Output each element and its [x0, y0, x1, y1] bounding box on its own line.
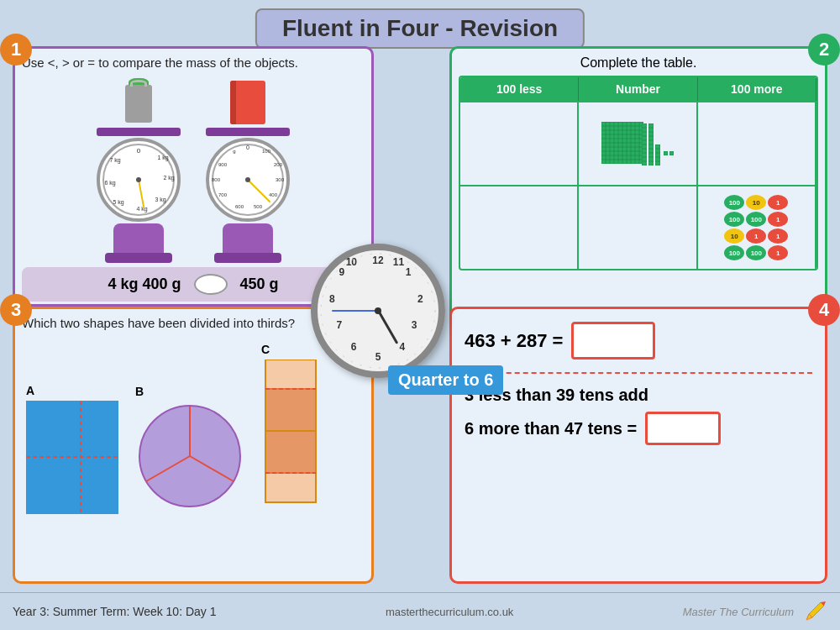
tile-1-2: 1	[768, 212, 788, 227]
svg-rect-64	[655, 144, 660, 165]
svg-text:400: 400	[269, 192, 278, 197]
shape-a-label: A	[26, 384, 118, 397]
tile-1-3: 1	[746, 228, 766, 244]
scale2-dial: 0 100 200 300 400 500 600 700 800 900 g	[206, 138, 290, 222]
shape-b-wrapper: B	[135, 385, 244, 514]
cell-1-number	[579, 102, 697, 185]
svg-text:800: 800	[212, 177, 221, 182]
problem1-answer-box[interactable]	[571, 322, 655, 360]
quarter-to-label: Quarter to 6	[388, 365, 503, 395]
section2-title: Complete the table.	[459, 55, 818, 71]
tile-1-1: 1	[768, 195, 788, 210]
svg-text:3 kg: 3 kg	[155, 197, 165, 203]
number-table: 100 less Number 100 more	[459, 76, 818, 270]
scale2-stand	[223, 223, 273, 253]
table-row-1	[460, 101, 816, 185]
section2-container: 2 Complete the table. 100 less Number 10…	[449, 46, 827, 332]
tile-100-4: 100	[724, 245, 744, 260]
tile-100-1: 100	[724, 195, 744, 210]
shape-a-wrapper: A	[26, 384, 118, 514]
svg-text:7 kg: 7 kg	[109, 157, 120, 164]
math-problem1: 463 + 287 =	[465, 322, 812, 360]
svg-marker-86	[806, 602, 824, 620]
table-header: 100 less Number 100 more	[460, 77, 816, 101]
scale2-value: 450 g	[240, 276, 279, 293]
problem2-line2: 6 more than 47 tens =	[465, 416, 637, 441]
svg-text:700: 700	[218, 192, 228, 197]
problem2-answer-box[interactable]	[645, 412, 721, 445]
problem1-text: 463 + 287 =	[465, 330, 563, 352]
tile-1-5: 1	[768, 245, 788, 260]
tile-1-4: 1	[768, 228, 788, 244]
section3-number: 3	[0, 294, 32, 326]
footer-brand-text: Master The Curriculum	[683, 606, 794, 618]
svg-rect-69	[664, 151, 668, 155]
svg-text:0: 0	[246, 144, 249, 150]
svg-rect-81	[265, 431, 316, 473]
svg-text:300: 300	[276, 177, 285, 182]
svg-point-10	[136, 177, 141, 182]
svg-text:900: 900	[218, 162, 228, 167]
col-100-more: 100 more	[698, 77, 816, 101]
scale1-dial: 0 1 kg 2 kg 3 kg 4 kg 5 kg 6 kg 7 kg	[97, 138, 181, 222]
problem2-line1: 3 less than 39 tens add	[465, 382, 812, 407]
scale2: 0 100 200 300 400 500 600 700 800 900 g	[206, 74, 290, 263]
math-problem2: 3 less than 39 tens add 6 more than 47 t…	[465, 382, 812, 445]
scale1-value: 4 kg 400 g	[108, 276, 181, 293]
minute-hand	[332, 310, 378, 312]
clock-center	[375, 307, 381, 314]
svg-text:5 kg: 5 kg	[113, 199, 123, 206]
pencil-icon	[802, 599, 827, 624]
section-divider	[465, 372, 812, 374]
clock-face: 12 1 2 3 4 5 6 7 8 9 10 11	[311, 244, 445, 378]
scale1-stand	[113, 223, 164, 253]
svg-text:500: 500	[254, 204, 263, 209]
cell-2-less	[460, 186, 579, 269]
cell-2-more: 100 10 1 100 100 1 10 1 1	[698, 186, 816, 269]
svg-rect-79	[265, 389, 316, 431]
cell-2-number	[579, 186, 697, 269]
svg-text:1 kg: 1 kg	[157, 155, 168, 161]
scale1: 0 1 kg 2 kg 3 kg 4 kg 5 kg 6 kg 7 kg	[97, 74, 181, 263]
footer-year-term: Year 3: Summer Term: Week 10: Day 1	[13, 605, 217, 618]
svg-text:200: 200	[274, 162, 283, 167]
scales-container: 0 1 kg 2 kg 3 kg 4 kg 5 kg 6 kg 7 kg	[22, 74, 365, 263]
footer-website: masterthecurriculum.co.uk	[386, 606, 513, 618]
scale2-foot	[214, 253, 281, 263]
svg-text:0: 0	[137, 147, 141, 155]
scale2-platform	[206, 128, 290, 136]
tile-100-3: 100	[746, 212, 766, 227]
svg-text:4 kg: 4 kg	[136, 206, 147, 213]
section4-number: 4	[808, 294, 840, 326]
svg-rect-70	[669, 151, 674, 155]
cell-1-less	[460, 102, 579, 185]
svg-text:600: 600	[235, 204, 244, 209]
section2-number: 2	[808, 34, 840, 66]
col-number: Number	[579, 77, 697, 101]
page-title: Fluent in Four - Revision	[255, 8, 585, 49]
section1-number: 1	[0, 34, 32, 66]
cell-1-more	[698, 102, 816, 185]
footer-brand: Master The Curriculum	[683, 599, 827, 624]
col-100-less: 100 less	[460, 77, 579, 101]
svg-text:6 kg: 6 kg	[104, 180, 115, 186]
comparison-blank[interactable]	[194, 274, 228, 295]
tile-10-2: 10	[724, 228, 744, 244]
tile-10-1: 10	[746, 195, 766, 210]
tile-100-2: 100	[724, 212, 744, 227]
number-tiles: 100 10 1 100 100 1 10 1 1	[724, 195, 788, 260]
table-row-2: 100 10 1 100 100 1 10 1 1	[460, 185, 816, 269]
svg-rect-78	[265, 360, 316, 389]
bottom-bar: Year 3: Summer Term: Week 10: Day 1 mast…	[0, 592, 840, 630]
tile-100-5: 100	[746, 245, 766, 260]
shape-b-label: B	[135, 385, 244, 398]
svg-text:100: 100	[262, 149, 271, 154]
svg-text:g: g	[233, 149, 235, 154]
svg-text:2 kg: 2 kg	[163, 175, 174, 181]
section1-instruction: Use <, > or = to compare the mass of the…	[22, 55, 365, 70]
scale1-foot	[105, 253, 172, 263]
scale1-platform	[97, 128, 181, 136]
svg-point-24	[245, 177, 250, 182]
section4-container: 4 463 + 287 = 3 less than 39 tens add 6 …	[449, 307, 827, 584]
svg-rect-82	[265, 473, 316, 502]
